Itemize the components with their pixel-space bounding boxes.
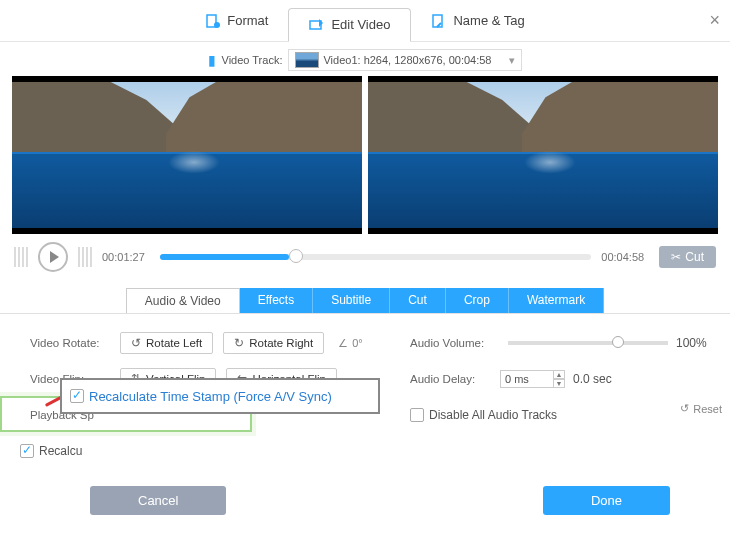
recalc-callout[interactable]: Recalculate Time Stamp (Force A/V Sync) [70,389,332,404]
reset-icon: ↺ [680,402,689,415]
scissors-icon: ✂ [671,250,681,264]
subtab-audio-video[interactable]: Audio & Video [126,288,240,313]
preview-pane-output[interactable] [368,76,718,234]
play-button[interactable] [38,242,68,272]
playback-bar: 00:01:27 00:04:58 ✂ Cut [0,234,730,282]
tab-edit-label: Edit Video [331,17,390,32]
sub-tab-bar: Audio & Video Effects Subtitle Cut Crop … [0,288,730,313]
track-thumbnail [295,52,319,68]
av-panel: Video Rotate: ↺Rotate Left ↻Rotate Right… [0,313,730,482]
volume-slider[interactable] [508,341,668,345]
rotate-right-button[interactable]: ↻Rotate Right [223,332,324,354]
format-icon [205,13,221,29]
name-tag-icon [431,13,447,29]
track-info: Video1: h264, 1280x676, 00:04:58 [323,54,491,66]
volume-label: Audio Volume: [410,337,500,349]
recalc-label: Recalculate Time Stamp (Force A/V Sync) [89,389,332,404]
video-track-row: ▮ Video Track: Video1: h264, 1280x676, 0… [0,46,730,74]
rotate-right-text: Rotate Right [249,337,313,349]
svg-point-1 [214,22,220,28]
tab-name-tag[interactable]: Name & Tag [411,4,544,38]
rotate-left-icon: ↺ [131,336,141,350]
video-track-dropdown[interactable]: Video1: h264, 1280x676, 00:04:58 ▾ [288,49,522,71]
edit-video-icon [309,17,325,33]
cut-button[interactable]: ✂ Cut [659,246,716,268]
time-current: 00:01:27 [102,251,150,263]
reset-label: Reset [693,403,722,415]
disable-audio-label: Disable All Audio Tracks [429,408,557,422]
tab-format-label: Format [227,13,268,28]
subtab-watermark[interactable]: Watermark [509,288,604,313]
delay-label: Audio Delay: [410,373,500,385]
grip-right-icon [78,247,92,267]
rotate-left-button[interactable]: ↺Rotate Left [120,332,213,354]
callout-box: Recalculate Time Stamp (Force A/V Sync) [60,378,380,414]
subtab-subtitle[interactable]: Subtitle [313,288,390,313]
delay-sec: 0.0 sec [573,372,612,386]
rotate-label: Video Rotate: [30,337,120,349]
reset-button[interactable]: ↺ Reset [680,402,722,415]
volume-value: 100% [676,336,707,350]
subtab-effects[interactable]: Effects [240,288,313,313]
angle-icon: ∠ [338,337,348,350]
time-total: 00:04:58 [601,251,649,263]
delay-spinner[interactable]: ▲▼ [553,370,565,388]
footer: Cancel Done [0,486,730,529]
chevron-down-icon: ▾ [509,54,515,67]
tab-edit-video[interactable]: Edit Video [288,8,411,42]
video-track-label: Video Track: [222,54,283,66]
recalc-checkbox[interactable] [70,389,84,403]
top-tab-bar: Format Edit Video Name & Tag × [0,0,730,42]
cut-label: Cut [685,250,704,264]
film-icon: ▮ [208,52,216,68]
rotate-right-icon: ↻ [234,336,244,350]
recalc-short-label: Recalcu [39,444,82,458]
delay-input[interactable]: 0 ms [500,370,554,388]
disable-audio-checkbox[interactable] [410,408,424,422]
subtab-crop[interactable]: Crop [446,288,509,313]
rotate-left-text: Rotate Left [146,337,202,349]
done-button[interactable]: Done [543,486,670,515]
cancel-button[interactable]: Cancel [90,486,226,515]
preview-area: ▷ Original Preview 🔍 [12,76,718,234]
audio-column: Audio Volume: 100% Audio Delay: 0 ms ▲▼ … [410,330,707,438]
timeline-slider[interactable] [160,254,591,260]
subtab-cut[interactable]: Cut [390,288,446,313]
close-icon[interactable]: × [709,10,720,31]
recalc-checkbox-bg[interactable] [20,444,34,458]
tab-format[interactable]: Format [185,4,288,38]
rotation-degrees: 0° [352,337,363,349]
grip-left-icon [14,247,28,267]
tab-name-label: Name & Tag [453,13,524,28]
preview-pane-original[interactable] [12,76,362,234]
